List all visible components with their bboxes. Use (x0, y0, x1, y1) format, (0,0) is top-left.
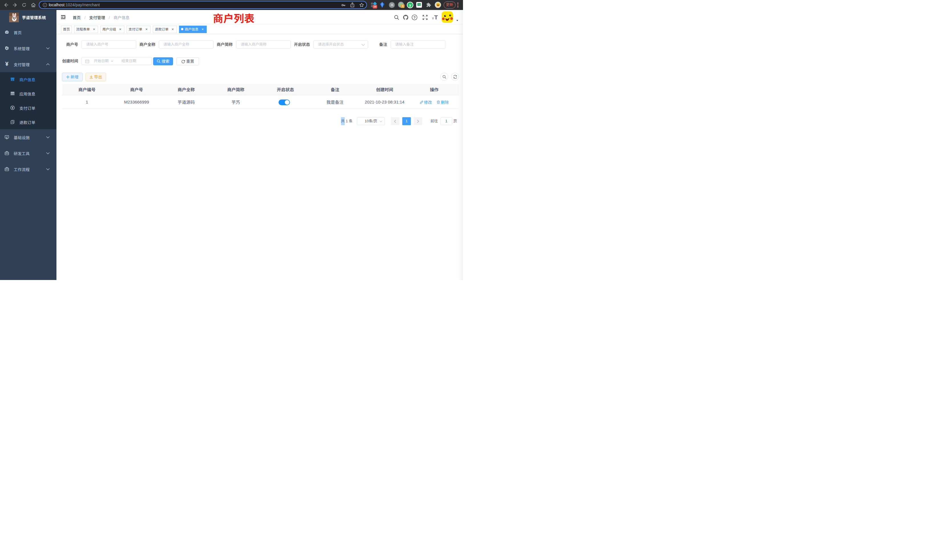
svg-text:?: ? (413, 15, 416, 20)
svg-text:т: т (432, 17, 434, 20)
svg-text:T: T (434, 15, 438, 20)
